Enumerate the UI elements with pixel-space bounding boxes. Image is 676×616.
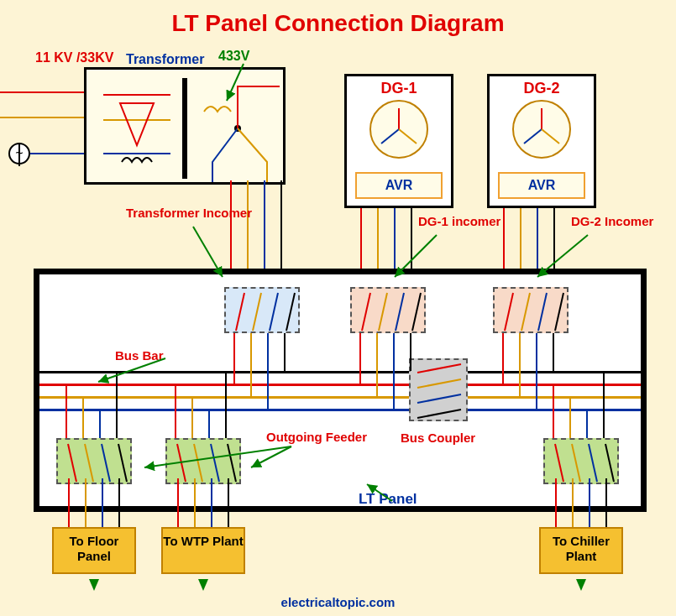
destination-wtp-plant: To WTP Plant	[161, 527, 245, 574]
arrow-down-icon	[198, 579, 208, 591]
top-annotation-arrows-icon	[0, 210, 676, 294]
lv-arrow-icon	[218, 59, 286, 109]
destination-chiller-plant: To Chiller Plant	[539, 527, 623, 574]
arrow-down-icon	[576, 579, 586, 591]
annotation-arrows-icon	[39, 274, 641, 506]
diagram-canvas: LT Panel Connection Diagram ~ 11 KV /33K…	[0, 0, 676, 616]
footer-credit: electricaltopic.com	[0, 595, 676, 609]
lt-panel-box: Bus Bar Outgoing Feeder Bus Coupler LT P…	[34, 269, 647, 512]
arrow-down-icon	[89, 579, 99, 591]
destination-floor-panel: To Floor Panel	[52, 527, 136, 574]
